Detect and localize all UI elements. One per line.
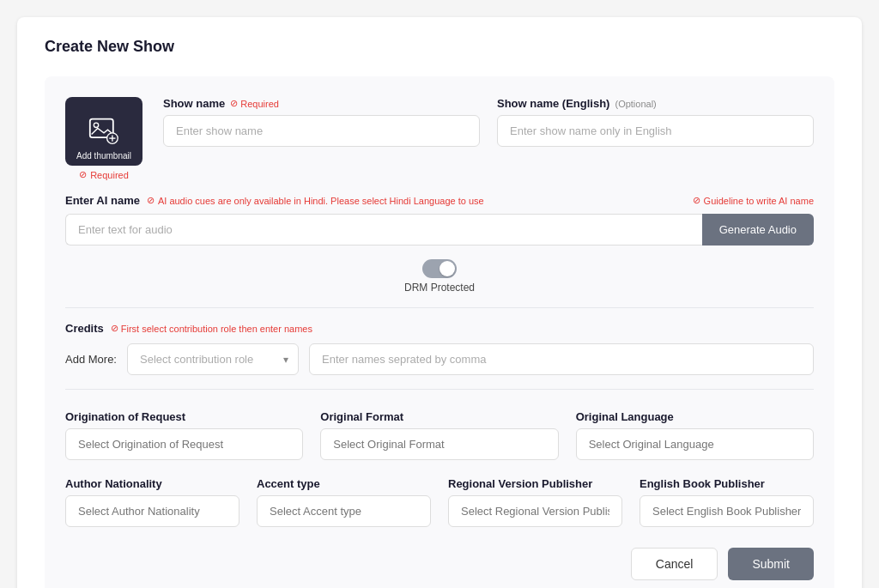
names-input[interactable] xyxy=(309,343,814,375)
fields-section: Show name ⊘ Required Show name (English)… xyxy=(163,97,814,147)
credits-section: Credits ⊘ First select contribution role… xyxy=(65,322,814,375)
show-name-label: Show name ⊘ Required xyxy=(163,97,480,110)
english-publisher-input[interactable] xyxy=(640,495,814,527)
warning-icon: ⊘ xyxy=(147,195,155,206)
toggle-container xyxy=(422,259,457,278)
generate-audio-button[interactable]: Generate Audio xyxy=(702,214,814,246)
ai-name-label-group: Enter AI name ⊘ AI audio cues are only a… xyxy=(65,194,484,207)
cancel-button[interactable]: Cancel xyxy=(631,548,718,580)
drm-section: DRM Protected xyxy=(65,259,814,294)
ai-name-section: Enter AI name ⊘ AI audio cues are only a… xyxy=(65,194,814,246)
optional-badge: (Optional) xyxy=(615,99,656,109)
origination-group: Origination of Request xyxy=(65,410,303,460)
ai-name-header: Enter AI name ⊘ AI audio cues are only a… xyxy=(65,194,814,207)
author-nationality-label: Author Nationality xyxy=(65,477,239,490)
ai-warning: ⊘ AI audio cues are only available in Hi… xyxy=(147,195,484,206)
original-language-label: Original Language xyxy=(576,410,814,423)
thumbnail-label: Add thumbnail xyxy=(65,151,142,161)
thumbnail-box[interactable]: Add thumbnail xyxy=(65,97,142,166)
credits-hint-icon: ⊘ xyxy=(111,323,118,334)
english-publisher-label: English Book Publisher xyxy=(640,477,814,490)
page-container: Create New Show Add thumbnail xyxy=(17,17,862,588)
role-select[interactable]: Select contribution role xyxy=(127,343,299,375)
english-publisher-group: English Book Publisher xyxy=(640,477,814,527)
guideline-link[interactable]: ⊘ Guideline to write AI name xyxy=(693,195,814,206)
accent-type-label: Accent type xyxy=(257,477,431,490)
original-format-group: Original Format xyxy=(320,410,558,460)
author-nationality-input[interactable] xyxy=(65,495,239,527)
show-name-input[interactable] xyxy=(163,115,480,147)
original-language-input[interactable] xyxy=(576,428,814,460)
submit-button[interactable]: Submit xyxy=(728,548,814,580)
metadata-row-1: Origination of Request Original Format O… xyxy=(65,410,814,460)
footer-row: Cancel Submit xyxy=(65,548,814,580)
required-circle-icon: ⊘ xyxy=(230,98,238,109)
origination-label: Origination of Request xyxy=(65,410,303,423)
toggle-thumb xyxy=(440,261,455,276)
drm-toggle[interactable] xyxy=(422,259,457,278)
divider-1 xyxy=(65,307,814,308)
show-name-required: ⊘ Required xyxy=(230,98,279,109)
show-name-english-input[interactable] xyxy=(497,115,814,147)
svg-point-1 xyxy=(94,123,98,127)
ai-input-row: Generate Audio xyxy=(65,214,814,246)
drm-label: DRM Protected xyxy=(404,282,475,294)
original-language-group: Original Language xyxy=(576,410,814,460)
show-name-group: Show name ⊘ Required xyxy=(163,97,480,147)
name-fields-row: Show name ⊘ Required Show name (English)… xyxy=(163,97,814,147)
original-format-input[interactable] xyxy=(320,428,558,460)
accent-type-input[interactable] xyxy=(257,495,431,527)
show-name-english-label: Show name (English) (Optional) xyxy=(497,97,814,110)
guideline-icon: ⊘ xyxy=(693,195,700,206)
page-title: Create New Show xyxy=(45,38,834,56)
add-more-label: Add More: xyxy=(65,353,117,366)
add-more-row: Add More: Select contribution role ▾ xyxy=(65,343,814,375)
ai-name-label: Enter AI name xyxy=(65,194,140,207)
author-nationality-group: Author Nationality xyxy=(65,477,239,527)
top-row: Add thumbnail ⊘ Required Show name ⊘ xyxy=(65,97,814,180)
thumbnail-section: Add thumbnail ⊘ Required xyxy=(65,97,142,180)
image-plus-icon xyxy=(88,116,119,147)
show-name-english-group: Show name (English) (Optional) xyxy=(497,97,814,147)
regional-publisher-input[interactable] xyxy=(448,495,622,527)
origination-input[interactable] xyxy=(65,428,303,460)
accent-type-group: Accent type xyxy=(257,477,431,527)
required-icon: ⊘ xyxy=(79,169,87,180)
regional-publisher-group: Regional Version Publisher xyxy=(448,477,622,527)
divider-2 xyxy=(65,389,814,390)
original-format-label: Original Format xyxy=(320,410,558,423)
regional-publisher-label: Regional Version Publisher xyxy=(448,477,622,490)
ai-text-input[interactable] xyxy=(65,214,702,246)
main-content: Add thumbnail ⊘ Required Show name ⊘ xyxy=(45,76,834,588)
credits-header: Credits ⊘ First select contribution role… xyxy=(65,322,814,335)
metadata-section: Origination of Request Original Format O… xyxy=(65,410,814,527)
thumbnail-required-text: Required xyxy=(90,170,129,180)
thumbnail-required: ⊘ Required xyxy=(79,169,129,180)
credits-hint: ⊘ First select contribution role then en… xyxy=(111,323,312,334)
role-select-wrapper: Select contribution role ▾ xyxy=(127,343,299,375)
metadata-row-2: Author Nationality Accent type Regional … xyxy=(65,477,814,527)
credits-label: Credits xyxy=(65,322,104,335)
